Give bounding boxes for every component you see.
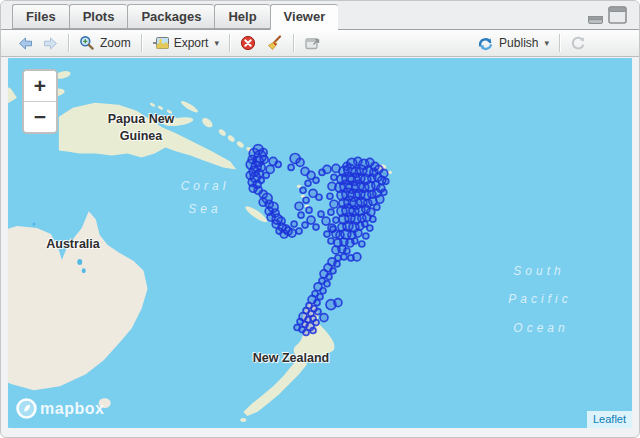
- quake-marker[interactable]: [352, 238, 358, 244]
- remove-viewer-item-button[interactable]: [235, 33, 261, 53]
- quake-marker[interactable]: [359, 241, 365, 247]
- toolbar-separator: [141, 34, 142, 52]
- quake-marker[interactable]: [354, 229, 362, 237]
- place-label: Australia: [46, 237, 100, 251]
- quake-marker[interactable]: [295, 202, 303, 210]
- quake-marker[interactable]: [334, 261, 340, 267]
- quake-marker[interactable]: [330, 268, 336, 274]
- quake-marker[interactable]: [363, 233, 369, 239]
- quake-marker[interactable]: [344, 248, 350, 254]
- quake-marker[interactable]: [307, 216, 315, 224]
- quake-marker[interactable]: [324, 231, 330, 237]
- quake-marker[interactable]: [318, 211, 324, 217]
- quake-marker[interactable]: [328, 238, 334, 244]
- tab-files[interactable]: Files: [12, 4, 69, 29]
- publish-icon: [477, 36, 494, 51]
- quake-marker[interactable]: [328, 209, 334, 215]
- quake-marker[interactable]: [322, 217, 330, 225]
- maximize-pane-icon[interactable]: [608, 6, 627, 24]
- quake-marker[interactable]: [302, 222, 308, 228]
- quake-marker[interactable]: [383, 178, 389, 184]
- quake-marker[interactable]: [298, 212, 304, 218]
- quake-marker[interactable]: [380, 169, 388, 177]
- quake-marker[interactable]: [296, 228, 302, 234]
- quake-marker[interactable]: [333, 217, 339, 223]
- tab-help[interactable]: Help: [214, 4, 269, 29]
- quake-marker[interactable]: [370, 216, 376, 222]
- quake-marker[interactable]: [314, 300, 320, 306]
- quake-marker[interactable]: [331, 174, 337, 180]
- quake-marker[interactable]: [323, 165, 331, 173]
- forward-button[interactable]: [38, 35, 63, 52]
- island: [200, 116, 214, 129]
- tab-plots[interactable]: Plots: [69, 4, 128, 29]
- quake-marker[interactable]: [313, 177, 319, 183]
- quake-marker[interactable]: [324, 281, 330, 287]
- quake-marker[interactable]: [288, 164, 294, 170]
- quake-marker[interactable]: [288, 229, 296, 237]
- quake-marker[interactable]: [315, 309, 321, 315]
- quake-marker[interactable]: [381, 189, 387, 195]
- quake-marker[interactable]: [263, 172, 269, 178]
- mapbox-logo[interactable]: mapbox: [16, 398, 104, 419]
- open-in-new-window-button[interactable]: [299, 34, 325, 52]
- tab-viewer[interactable]: Viewer: [270, 4, 339, 30]
- island: [218, 128, 227, 137]
- quake-marker[interactable]: [348, 255, 354, 261]
- quake-marker[interactable]: [328, 182, 336, 190]
- map-canvas: [8, 58, 632, 428]
- export-button[interactable]: Export ▾: [147, 34, 224, 52]
- quake-marker[interactable]: [260, 155, 268, 163]
- quake-marker[interactable]: [327, 193, 333, 199]
- zoom-in-button[interactable]: +: [24, 71, 56, 101]
- quake-marker[interactable]: [300, 187, 306, 193]
- island: [180, 99, 200, 114]
- quake-marker[interactable]: [258, 177, 264, 183]
- quake-marker[interactable]: [320, 288, 326, 294]
- quake-marker[interactable]: [341, 254, 347, 260]
- back-button[interactable]: [13, 35, 38, 52]
- toolbar-separator: [229, 34, 230, 52]
- quake-marker[interactable]: [334, 299, 342, 307]
- quake-marker[interactable]: [303, 197, 309, 203]
- quake-marker[interactable]: [376, 195, 384, 203]
- quake-marker[interactable]: [330, 200, 338, 208]
- quake-marker[interactable]: [303, 330, 309, 336]
- minimize-pane-icon[interactable]: [588, 15, 603, 24]
- island: [149, 102, 156, 108]
- viewer-pane: Files Plots Packages Help Viewer Zoom: [0, 0, 640, 438]
- refresh-button[interactable]: [565, 33, 591, 53]
- quake-marker[interactable]: [306, 207, 312, 213]
- quake-marker[interactable]: [310, 328, 316, 334]
- tab-packages[interactable]: Packages: [127, 4, 214, 29]
- quake-marker[interactable]: [313, 320, 319, 326]
- quake-marker[interactable]: [367, 225, 373, 231]
- quake-marker[interactable]: [330, 226, 336, 232]
- quake-marker[interactable]: [275, 161, 281, 167]
- quake-marker[interactable]: [305, 180, 311, 186]
- zoom-button-label: Zoom: [100, 36, 131, 50]
- pane-tabstrip: Files Plots Packages Help Viewer: [1, 1, 639, 30]
- quake-marker[interactable]: [296, 158, 304, 166]
- publish-button[interactable]: Publish ▾: [472, 34, 554, 53]
- quake-marker[interactable]: [326, 274, 332, 280]
- map[interactable]: + − mapbox Leaflet Papua NewGuineaAustra…: [8, 58, 632, 428]
- quake-marker[interactable]: [320, 314, 328, 322]
- quake-marker[interactable]: [291, 221, 297, 227]
- quake-marker[interactable]: [313, 224, 319, 230]
- island: [227, 134, 236, 143]
- quake-marker[interactable]: [332, 164, 340, 172]
- quake-marker[interactable]: [316, 194, 322, 200]
- island: [157, 105, 164, 111]
- quake-marker[interactable]: [317, 294, 323, 300]
- zoom-out-button[interactable]: −: [24, 101, 56, 132]
- sea-label: Coral: [181, 179, 230, 193]
- quake-marker[interactable]: [374, 204, 380, 210]
- clear-all-button[interactable]: [261, 33, 288, 53]
- refresh-icon: [570, 35, 586, 51]
- lake: [32, 223, 35, 226]
- zoom-button[interactable]: Zoom: [74, 33, 136, 53]
- leaflet-link[interactable]: Leaflet: [593, 413, 626, 425]
- mapbox-compass-icon: [16, 398, 37, 419]
- place-label: New Zealand: [253, 351, 329, 365]
